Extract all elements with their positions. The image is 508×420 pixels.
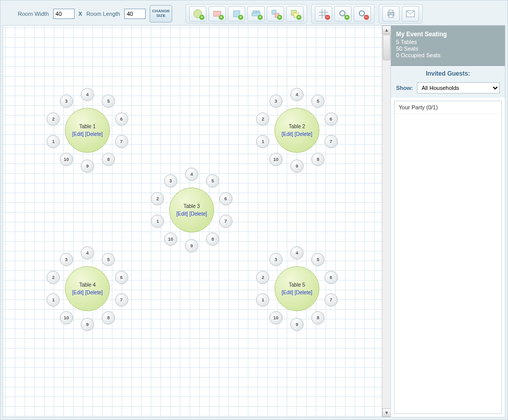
seat[interactable]: 6 bbox=[115, 112, 128, 126]
seat[interactable]: 10 bbox=[164, 232, 177, 246]
table-top[interactable]: Table 5[Edit] [Delete] bbox=[274, 266, 319, 311]
seat[interactable]: 7 bbox=[219, 215, 233, 228]
table-name: Table 5 bbox=[289, 282, 305, 288]
add-rect-table-button[interactable]: + bbox=[209, 6, 226, 21]
show-filter-select[interactable]: All Households bbox=[417, 82, 500, 94]
seat[interactable]: 8 bbox=[311, 311, 325, 324]
print-button[interactable] bbox=[382, 6, 400, 21]
grid-remove-button[interactable]: − bbox=[315, 6, 332, 21]
table[interactable]: Table 4[Edit] [Delete]12345678910 bbox=[44, 245, 131, 332]
edit-link[interactable]: [Edit] bbox=[176, 211, 188, 217]
add-shape-button[interactable]: + bbox=[286, 6, 304, 21]
seat[interactable]: 2 bbox=[256, 271, 269, 284]
delete-link[interactable]: [Delete] bbox=[190, 211, 207, 217]
zoom-out-button[interactable]: − bbox=[354, 6, 371, 21]
seat[interactable]: 7 bbox=[325, 135, 338, 148]
table-top[interactable]: Table 3[Edit] [Delete] bbox=[169, 188, 214, 232]
seat[interactable]: 1 bbox=[256, 293, 269, 307]
add-square-table-button[interactable]: + bbox=[228, 6, 245, 21]
zoom-in-button[interactable]: + bbox=[334, 6, 352, 21]
seat[interactable]: 5 bbox=[206, 174, 219, 188]
seat[interactable]: 6 bbox=[325, 112, 338, 126]
seat[interactable]: 9 bbox=[290, 159, 304, 173]
table-name: Table 2 bbox=[289, 124, 305, 129]
seat[interactable]: 3 bbox=[164, 174, 177, 188]
table-top[interactable]: Table 1[Edit] [Delete] bbox=[65, 108, 110, 153]
edit-link[interactable]: [Edit] bbox=[72, 290, 84, 295]
seat[interactable]: 5 bbox=[102, 95, 115, 108]
seat[interactable]: 4 bbox=[81, 88, 94, 101]
seat[interactable]: 1 bbox=[47, 135, 60, 148]
seat[interactable]: 2 bbox=[256, 112, 269, 126]
seating-canvas[interactable]: Table 1[Edit] [Delete]12345678910Table 2… bbox=[3, 25, 391, 417]
seat[interactable]: 10 bbox=[60, 311, 73, 324]
seat[interactable]: 4 bbox=[290, 246, 304, 260]
seat[interactable]: 10 bbox=[269, 153, 283, 166]
add-round-table-button[interactable]: + bbox=[189, 6, 206, 21]
seat[interactable]: 1 bbox=[47, 293, 60, 307]
seat[interactable]: 5 bbox=[311, 95, 325, 108]
delete-link[interactable]: [Delete] bbox=[85, 131, 103, 137]
seat[interactable]: 9 bbox=[185, 239, 198, 252]
seat[interactable]: 2 bbox=[47, 112, 60, 126]
show-filter-row: Show: All Households bbox=[391, 80, 505, 98]
room-length-input[interactable] bbox=[124, 9, 146, 19]
seat[interactable]: 7 bbox=[325, 293, 338, 307]
delete-link[interactable]: [Delete] bbox=[295, 131, 312, 137]
table[interactable]: Table 3[Edit] [Delete]12345678910 bbox=[148, 167, 235, 253]
seat[interactable]: 4 bbox=[290, 88, 304, 101]
delete-link[interactable]: [Delete] bbox=[85, 290, 103, 295]
seat[interactable]: 7 bbox=[115, 135, 128, 148]
change-size-button[interactable]: CHANGE SIZE bbox=[150, 5, 172, 22]
seat[interactable]: 9 bbox=[81, 318, 94, 331]
seat[interactable]: 3 bbox=[269, 95, 283, 108]
table-top[interactable]: Table 2[Edit] [Delete] bbox=[274, 108, 319, 153]
scroll-up-button[interactable]: ▲ bbox=[382, 26, 391, 34]
email-button[interactable] bbox=[402, 6, 419, 21]
canvas-scrollbar[interactable]: ▲ ▼ bbox=[382, 26, 390, 417]
seat[interactable]: 1 bbox=[256, 135, 269, 148]
scroll-thumb[interactable] bbox=[383, 35, 390, 60]
edit-link[interactable]: [Edit] bbox=[72, 131, 84, 137]
edit-link[interactable]: [Edit] bbox=[282, 290, 293, 295]
seat[interactable]: 5 bbox=[102, 253, 115, 266]
seat[interactable]: 1 bbox=[151, 215, 164, 228]
guest-list-item[interactable]: Your Party (0/1) bbox=[395, 101, 501, 114]
seat[interactable]: 4 bbox=[81, 246, 94, 260]
delete-link[interactable]: [Delete] bbox=[295, 290, 312, 295]
seat[interactable]: 9 bbox=[81, 159, 94, 173]
seat[interactable]: 6 bbox=[115, 271, 128, 284]
table[interactable]: Table 2[Edit] [Delete]12345678910 bbox=[253, 87, 340, 174]
table-top[interactable]: Table 4[Edit] [Delete] bbox=[65, 266, 110, 311]
seat[interactable]: 8 bbox=[102, 311, 115, 324]
seat[interactable]: 10 bbox=[269, 311, 283, 324]
seat[interactable]: 8 bbox=[206, 232, 219, 246]
seat[interactable]: 3 bbox=[60, 95, 73, 108]
seat[interactable]: 4 bbox=[185, 168, 198, 181]
summary-tables: 5 Tables bbox=[396, 39, 500, 45]
seat[interactable]: 9 bbox=[290, 318, 304, 331]
add-multi-table-button[interactable]: + bbox=[267, 6, 284, 21]
add-head-table-button[interactable]: + bbox=[247, 6, 265, 21]
room-width-input[interactable] bbox=[53, 9, 75, 19]
plus-icon: + bbox=[258, 15, 263, 20]
guest-list[interactable]: Your Party (0/1) bbox=[394, 101, 502, 414]
svg-rect-5 bbox=[256, 11, 257, 12]
summary-occupied: 0 Occupied Seats bbox=[396, 52, 500, 58]
seat[interactable]: 8 bbox=[102, 153, 115, 166]
scroll-down-button[interactable]: ▼ bbox=[382, 408, 391, 417]
seat[interactable]: 3 bbox=[60, 253, 73, 266]
seat[interactable]: 2 bbox=[151, 192, 164, 205]
seat[interactable]: 7 bbox=[115, 293, 128, 307]
seat[interactable]: 6 bbox=[325, 271, 338, 284]
table-links: [Edit] [Delete] bbox=[282, 131, 312, 137]
seat[interactable]: 8 bbox=[311, 153, 325, 166]
seat[interactable]: 2 bbox=[47, 271, 60, 284]
seat[interactable]: 5 bbox=[311, 253, 325, 266]
seat[interactable]: 6 bbox=[219, 192, 233, 205]
seat[interactable]: 3 bbox=[269, 253, 283, 266]
table[interactable]: Table 5[Edit] [Delete]12345678910 bbox=[253, 245, 340, 332]
seat[interactable]: 10 bbox=[60, 153, 73, 166]
table[interactable]: Table 1[Edit] [Delete]12345678910 bbox=[44, 87, 131, 174]
edit-link[interactable]: [Edit] bbox=[282, 131, 293, 137]
